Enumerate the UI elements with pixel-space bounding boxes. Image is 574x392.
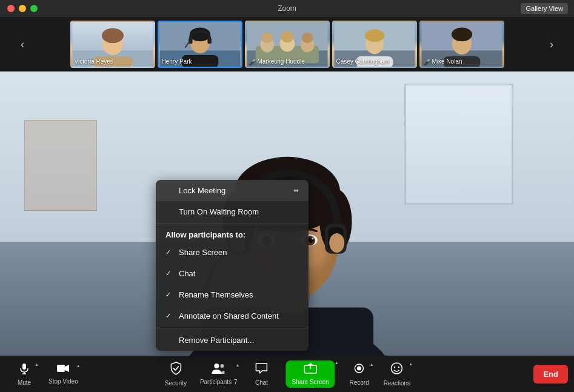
toolbar-right: End — [533, 365, 568, 384]
next-arrow[interactable]: › — [547, 38, 556, 51]
share-caret[interactable]: ▲ — [335, 360, 339, 365]
svg-rect-67 — [57, 365, 65, 372]
svg-rect-64 — [22, 364, 26, 370]
reactions-caret[interactable]: ▲ — [409, 362, 413, 366]
close-button[interactable] — [7, 5, 15, 12]
check-rename: ✓ — [165, 291, 175, 299]
shield-icon — [170, 362, 182, 378]
mute-icon-marketing: 🎤 — [249, 59, 256, 65]
stop-video-button[interactable]: Stop Video ▲ — [42, 361, 84, 387]
svg-rect-14 — [207, 38, 212, 44]
svg-point-29 — [364, 29, 384, 42]
share-screen-label: Share Screen — [292, 379, 329, 385]
people-icon — [212, 363, 226, 377]
svg-point-35 — [451, 27, 472, 41]
thumbnail-victoria[interactable]: Victoria Reyes — [70, 21, 155, 68]
mic-icon — [18, 362, 30, 377]
thumbnail-label-casey: Casey Cunningham — [336, 58, 390, 65]
share-icon — [304, 363, 317, 377]
menu-item-rename[interactable]: ✓ Rename Themselves — [156, 284, 309, 305]
allow-participants-label: Allow participants to: — [156, 225, 309, 242]
menu-divider-1 — [156, 224, 309, 224]
chat-button[interactable]: Chat — [243, 360, 279, 388]
svg-point-61 — [329, 233, 344, 253]
thumbnail-casey[interactable]: Casey Cunningham — [332, 21, 417, 68]
svg-point-5 — [101, 28, 123, 43]
chat-icon — [255, 362, 268, 377]
check-chat: ✓ — [165, 270, 175, 277]
svg-point-68 — [215, 364, 219, 368]
thumbnail-label-victoria: Victoria Reyes — [75, 58, 113, 65]
participants-caret[interactable]: ▲ — [236, 363, 240, 367]
cursor-indicator: ⬌ — [293, 187, 299, 194]
thumbnail-label-henry: Henry Park — [162, 58, 192, 65]
svg-point-57 — [311, 238, 313, 240]
record-icon — [353, 362, 365, 377]
participants-label: Participants 7 — [200, 379, 238, 385]
end-button[interactable]: End — [533, 365, 568, 384]
app-title: Zoom — [278, 4, 296, 13]
security-dropdown: Lock Meeting ⬌ Turn On Waiting Room Allo… — [156, 180, 309, 351]
reactions-button[interactable]: Reactions ▲ — [378, 359, 416, 389]
menu-item-remove[interactable]: Remove Participant... — [156, 330, 309, 351]
thumbnail-mike[interactable]: 🎤 Mike Nolan — [419, 21, 504, 68]
share-screen-inner: Share Screen — [285, 360, 335, 388]
participants-button[interactable]: Participants 7 ▲ — [194, 360, 244, 388]
menu-item-lock[interactable]: Lock Meeting ⬌ — [156, 180, 309, 201]
toolbar-left: Mute ▲ Stop Video ▲ — [6, 360, 84, 388]
prev-arrow[interactable]: ‹ — [18, 38, 27, 51]
mute-caret[interactable]: ▲ — [35, 362, 39, 367]
svg-point-24 — [301, 33, 313, 43]
toolbar-center: Security Participants 7 ▲ — [158, 358, 416, 390]
reactions-label: Reactions — [384, 380, 410, 387]
toolbar: Mute ▲ Stop Video ▲ Security — [0, 356, 574, 392]
shelf — [24, 120, 97, 211]
window-controls — [7, 5, 38, 12]
emoji-icon — [390, 362, 404, 378]
thumbnail-label-marketing: 🎤 Marketing Huddle — [249, 58, 305, 65]
titlebar: Zoom Gallery View — [0, 0, 574, 17]
svg-point-22 — [281, 31, 293, 42]
thumbnails-container: Victoria Reyes — [29, 21, 545, 68]
svg-point-76 — [398, 366, 399, 367]
thumbnail-marketing[interactable]: 🎤 Marketing Huddle — [245, 21, 330, 68]
thumbnail-label-mike: 🎤 Mike Nolan — [424, 58, 462, 65]
video-caret[interactable]: ▲ — [76, 364, 81, 368]
menu-item-share-screen[interactable]: ✓ Share Screen — [156, 242, 309, 263]
thumbnail-henry[interactable]: Henry Park — [158, 21, 242, 68]
svg-point-73 — [357, 366, 361, 370]
gallery-view-button[interactable]: Gallery View — [521, 3, 568, 14]
stop-video-label: Stop Video — [48, 378, 78, 385]
chat-label: Chat — [255, 379, 268, 386]
svg-point-11 — [189, 27, 210, 41]
security-button[interactable]: Security — [158, 359, 194, 389]
menu-item-chat[interactable]: ✓ Chat — [156, 263, 309, 284]
video-icon — [56, 364, 70, 376]
record-label: Record — [350, 379, 369, 386]
check-share: ✓ — [165, 248, 175, 256]
svg-point-69 — [221, 364, 224, 368]
record-caret[interactable]: ▲ — [370, 362, 374, 367]
record-button[interactable]: Record ▲ — [341, 360, 378, 388]
menu-item-waiting-room[interactable]: Turn On Waiting Room — [156, 201, 309, 222]
svg-point-75 — [394, 366, 395, 367]
mute-button[interactable]: Mute ▲ — [6, 360, 42, 388]
maximize-button[interactable] — [30, 5, 38, 12]
svg-point-20 — [261, 33, 273, 43]
menu-item-annotate[interactable]: ✓ Annotate on Shared Content — [156, 305, 309, 327]
minimize-button[interactable] — [19, 5, 26, 12]
menu-divider-2 — [156, 328, 309, 328]
thumbnail-strip: ‹ — [0, 17, 574, 71]
svg-point-74 — [392, 363, 402, 374]
check-annotate: ✓ — [165, 312, 175, 320]
mute-icon-mike: 🎤 — [424, 59, 430, 65]
security-label: Security — [165, 380, 187, 387]
mute-label: Mute — [18, 379, 31, 386]
share-screen-button[interactable]: Share Screen ▲ — [279, 358, 341, 390]
